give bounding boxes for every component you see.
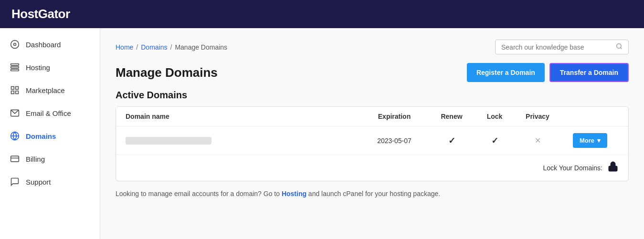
support-icon	[10, 177, 20, 187]
breadcrumb-sep1: /	[136, 43, 138, 51]
sidebar-label-support: Support	[26, 178, 51, 186]
sidebar-label-billing: Billing	[26, 155, 45, 163]
svg-point-14	[617, 44, 621, 48]
domain-name-blurred	[126, 137, 211, 145]
marketplace-icon	[10, 85, 20, 95]
lock-label: Lock Your Domains:	[543, 164, 602, 172]
sidebar-item-support[interactable]: Support	[0, 170, 100, 193]
svg-point-0	[11, 41, 19, 49]
page-title-row: Manage Domains Register a Domain Transfe…	[116, 63, 629, 82]
sidebar-label-marketplace: Marketplace	[26, 86, 65, 94]
breadcrumb: Home / Domains / Manage Domains	[116, 43, 227, 51]
lock-cell: ✓	[475, 135, 514, 146]
breadcrumb-current: Manage Domains	[175, 43, 227, 51]
sidebar-item-email-office[interactable]: Email & Office	[0, 102, 100, 125]
footer-note: Looking to manage email accounts for a d…	[116, 190, 629, 197]
footer-hosting-link[interactable]: Hosting	[282, 190, 306, 197]
col-domain-name: Domain name	[126, 113, 361, 120]
renew-cell: ✓	[428, 135, 475, 146]
domain-name-cell	[126, 137, 361, 145]
privacy-x-icon: ✕	[535, 136, 541, 145]
svg-point-1	[14, 43, 16, 46]
transfer-domain-button[interactable]: Transfer a Domain	[549, 63, 629, 82]
section-title: Active Domains	[116, 90, 629, 101]
privacy-cell: ✕	[514, 136, 561, 145]
register-domain-button[interactable]: Register a Domain	[467, 63, 545, 82]
email-icon	[10, 108, 20, 118]
logo: HostGator	[11, 7, 70, 21]
col-renew: Renew	[428, 113, 475, 120]
svg-rect-6	[16, 87, 19, 90]
main-layout: Dashboard Hosting Marketplace Email & Of…	[0, 28, 644, 239]
breadcrumb-home[interactable]: Home	[116, 43, 133, 51]
sidebar-label-dashboard: Dashboard	[26, 41, 61, 49]
page-title: Manage Domains	[116, 65, 218, 80]
svg-line-15	[621, 48, 622, 49]
domains-table: Domain name Expiration Renew Lock Privac…	[116, 106, 629, 181]
billing-icon	[10, 154, 20, 164]
sidebar-item-domains[interactable]: Domains	[0, 125, 100, 147]
svg-rect-12	[11, 156, 19, 162]
sidebar-item-billing[interactable]: Billing	[0, 147, 100, 170]
svg-rect-8	[16, 91, 19, 94]
lock-row: Lock Your Domains:	[116, 155, 628, 181]
svg-rect-5	[11, 87, 14, 90]
breadcrumb-domains[interactable]: Domains	[141, 43, 167, 51]
sidebar-label-email: Email & Office	[26, 109, 71, 117]
renew-check-icon: ✓	[448, 135, 455, 146]
expiration-cell: 2023-05-07	[361, 137, 428, 145]
breadcrumb-row: Home / Domains / Manage Domains	[116, 40, 629, 54]
search-box	[495, 40, 629, 54]
col-lock: Lock	[475, 113, 514, 120]
sidebar-item-marketplace[interactable]: Marketplace	[0, 79, 100, 102]
actions-cell: More ▾	[561, 133, 619, 148]
table-header: Domain name Expiration Renew Lock Privac…	[116, 107, 628, 126]
dashboard-icon	[10, 39, 20, 50]
svg-rect-16	[609, 166, 617, 171]
footer-text-before: Looking to manage email accounts for a d…	[116, 190, 282, 197]
sidebar-label-domains: Domains	[26, 132, 56, 140]
sidebar-item-hosting[interactable]: Hosting	[0, 56, 100, 79]
col-expiration: Expiration	[361, 113, 428, 120]
hosting-icon	[10, 62, 20, 73]
search-icon	[616, 43, 623, 51]
content-area: Home / Domains / Manage Domains Manage D…	[100, 28, 644, 239]
svg-rect-3	[11, 66, 19, 68]
svg-rect-7	[11, 91, 14, 94]
search-input[interactable]	[501, 43, 612, 51]
sidebar-label-hosting: Hosting	[26, 63, 50, 72]
header: HostGator	[0, 0, 644, 28]
col-privacy: Privacy	[514, 113, 561, 120]
breadcrumb-sep2: /	[170, 43, 172, 51]
chevron-down-icon: ▾	[597, 137, 601, 144]
footer-text-after: and launch cPanel for your hosting packa…	[306, 190, 440, 197]
table-row: 2023-05-07 ✓ ✓ ✕ More ▾	[116, 126, 628, 155]
lock-icon	[607, 161, 619, 175]
col-actions	[561, 113, 619, 120]
more-button[interactable]: More ▾	[573, 133, 607, 148]
svg-rect-4	[11, 69, 19, 71]
sidebar: Dashboard Hosting Marketplace Email & Of…	[0, 28, 100, 239]
lock-check-icon: ✓	[491, 135, 498, 146]
sidebar-item-dashboard[interactable]: Dashboard	[0, 33, 100, 56]
svg-rect-2	[11, 64, 19, 65]
domains-icon	[10, 131, 20, 141]
title-buttons: Register a Domain Transfer a Domain	[467, 63, 629, 82]
more-label: More	[580, 137, 594, 144]
